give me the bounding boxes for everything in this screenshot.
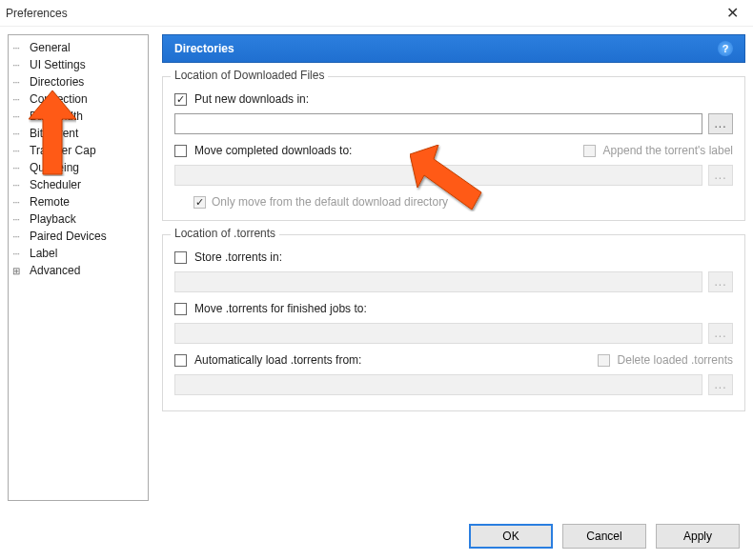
row-move-finished: Move .torrents for finished jobs to:	[174, 302, 733, 315]
panel-header: Directories ?	[162, 34, 745, 63]
sidebar-item-queueing[interactable]: ····Queueing	[10, 159, 146, 176]
sidebar-item-paired-devices[interactable]: ····Paired Devices	[10, 228, 146, 245]
checkbox-append-label	[583, 145, 596, 157]
group-downloaded-files: Location of Downloaded Files Put new dow…	[162, 76, 745, 221]
browse-button-put-new[interactable]: ...	[708, 113, 733, 134]
sidebar-item-label[interactable]: ····Label	[10, 245, 146, 262]
label-store-torrents: Store .torrents in:	[194, 250, 282, 264]
checkbox-auto-load[interactable]	[174, 354, 187, 367]
sidebar-item-playback[interactable]: ····Playback	[10, 210, 146, 228]
label-auto-load: Automatically load .torrents from:	[194, 353, 361, 367]
sidebar-item-bandwidth[interactable]: ····Bandwidth	[10, 108, 146, 125]
checkbox-move-completed[interactable]	[174, 145, 187, 157]
checkbox-store-torrents[interactable]	[174, 251, 187, 264]
path-row-move-finished: ...	[174, 323, 733, 344]
checkbox-move-finished[interactable]	[174, 303, 187, 315]
browse-button-auto-load: ...	[708, 374, 733, 395]
sidebar-item-ui-settings[interactable]: ····UI Settings	[10, 56, 146, 73]
sidebar-item-advanced[interactable]: ⊞ Advanced	[10, 262, 146, 279]
input-put-new-path[interactable]	[174, 113, 702, 134]
group-legend: Location of Downloaded Files	[171, 69, 328, 82]
label-move-completed: Move completed downloads to:	[194, 144, 352, 157]
row-store-torrents: Store .torrents in:	[174, 250, 733, 264]
path-row-put-new: ...	[174, 113, 733, 134]
group-legend-2: Location of .torrents	[171, 227, 279, 240]
main-panel: Directories ? Location of Downloaded Fil…	[162, 34, 745, 493]
input-move-finished-path	[174, 323, 702, 344]
sidebar-item-connection[interactable]: ····Connection	[10, 90, 146, 108]
label-move-finished: Move .torrents for finished jobs to:	[194, 302, 367, 315]
sidebar-item-remote[interactable]: ····Remote	[10, 193, 146, 210]
label-put-new: Put new downloads in:	[194, 92, 309, 106]
ok-button[interactable]: OK	[469, 524, 553, 549]
row-put-new: Put new downloads in:	[174, 92, 733, 106]
sidebar-item-scheduler[interactable]: ····Scheduler	[10, 176, 146, 193]
browse-button-store-torrents: ...	[708, 271, 733, 292]
panel-title: Directories	[174, 42, 234, 55]
label-only-move-default: Only move from the default download dire…	[212, 195, 448, 209]
browse-button-move-completed: ...	[708, 165, 733, 186]
content-area: ····General ····UI Settings ····Director…	[0, 27, 753, 501]
close-icon[interactable]: ✕	[719, 4, 745, 22]
help-icon[interactable]: ?	[718, 41, 733, 56]
browse-button-move-finished: ...	[708, 323, 733, 344]
row-auto-load: Automatically load .torrents from: Delet…	[174, 353, 733, 367]
checkbox-delete-loaded	[598, 354, 610, 367]
path-row-store-torrents: ...	[174, 271, 733, 292]
input-store-torrents-path	[174, 271, 702, 292]
window-title: Preferences	[6, 7, 68, 20]
label-delete-loaded: Delete loaded .torrents	[618, 353, 733, 367]
sidebar-item-transfer-cap[interactable]: ····Transfer Cap	[10, 142, 146, 159]
group-torrent-files: Location of .torrents Store .torrents in…	[162, 234, 745, 411]
row-move-completed: Move completed downloads to: Append the …	[174, 144, 733, 157]
path-row-auto-load: ...	[174, 374, 733, 395]
sidebar-item-general[interactable]: ····General	[10, 39, 146, 56]
checkbox-put-new[interactable]	[174, 93, 187, 106]
apply-button[interactable]: Apply	[656, 524, 740, 549]
checkbox-only-move-default	[193, 196, 206, 209]
input-move-completed-path	[174, 165, 702, 186]
input-auto-load-path	[174, 374, 702, 395]
path-row-move-completed: ...	[174, 165, 733, 186]
titlebar: Preferences ✕	[0, 0, 753, 27]
cancel-button[interactable]: Cancel	[562, 524, 646, 549]
row-only-move-default: Only move from the default download dire…	[193, 195, 733, 209]
label-append-label: Append the torrent's label	[603, 144, 733, 157]
sidebar-item-directories[interactable]: ····Directories	[10, 73, 146, 90]
sidebar-tree: ····General ····UI Settings ····Director…	[8, 34, 149, 501]
sidebar-item-bittorrent[interactable]: ····BitTorrent	[10, 125, 146, 142]
dialog-button-row: OK Cancel Apply	[469, 524, 740, 549]
